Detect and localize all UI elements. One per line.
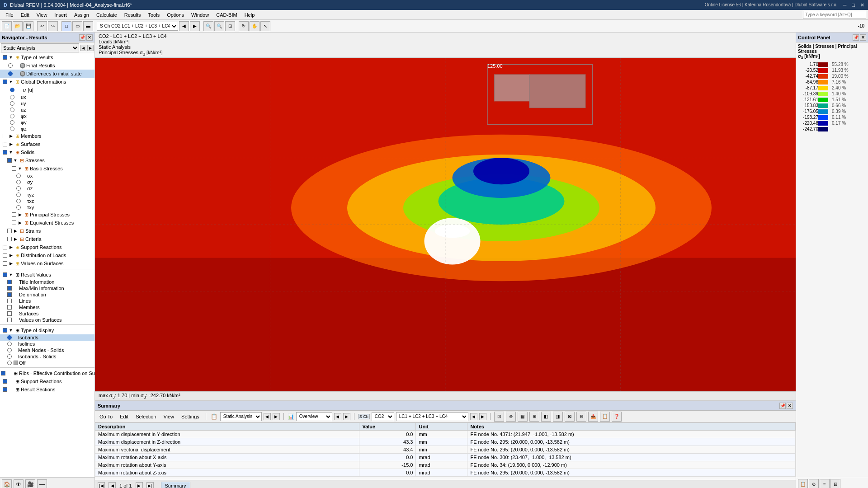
tree-basic-stresses[interactable]: ▼ ⊞ Basic Stresses <box>0 164 94 173</box>
nav-icon-3[interactable]: 🎥 <box>25 479 35 488</box>
nav-analysis-combo[interactable]: Static Analysis <box>1 43 79 52</box>
tree-off[interactable]: Off <box>0 360 94 366</box>
solids-expand[interactable]: ▼ <box>8 150 14 155</box>
result-sections-check[interactable] <box>3 387 7 392</box>
sigmay-radio[interactable] <box>16 180 21 184</box>
new-btn[interactable]: 📄 <box>2 21 12 31</box>
summary-tool6-btn[interactable]: ◨ <box>553 412 563 422</box>
undo-btn[interactable]: ↩ <box>37 21 47 31</box>
footer-prev-btn[interactable]: ◀ <box>108 482 116 488</box>
summary-next2-btn[interactable]: ▶ <box>343 413 350 420</box>
zoom-out-btn[interactable]: 🔍 <box>214 21 224 31</box>
summary-goto-tab[interactable]: Go To <box>97 413 115 420</box>
menu-window[interactable]: Window <box>188 11 212 19</box>
valsurf-check[interactable] <box>3 261 7 266</box>
menu-edit[interactable]: Edit <box>17 11 33 19</box>
right-pin-btn[interactable]: 📌 <box>853 34 859 41</box>
minimize-btn[interactable]: ─ <box>843 2 847 8</box>
next-scenario-btn[interactable]: ▶ <box>190 21 200 31</box>
supp-reactions-2-check[interactable] <box>3 379 7 384</box>
summary-tool1-btn[interactable]: ⊡ <box>494 412 504 422</box>
tree-result-sections[interactable]: ▶ ⊞ Result Sections <box>0 385 94 394</box>
summary-tool5-btn[interactable]: ◧ <box>541 412 551 422</box>
typedisp-check[interactable] <box>3 328 7 333</box>
tree-ribs[interactable]: ▶ ⊞ Ribs - Effective Contribution on Sur… <box>0 369 94 377</box>
menu-file[interactable]: File <box>2 11 17 19</box>
tree-sigma-y[interactable]: σy <box>0 179 94 185</box>
phiy-radio[interactable] <box>10 120 14 125</box>
members-expand[interactable]: ▶ <box>8 133 14 139</box>
tree-tau-yz[interactable]: τyz <box>0 192 94 198</box>
summary-tool8-btn[interactable]: ⊟ <box>576 412 586 422</box>
titleinfo-check[interactable] <box>7 280 12 284</box>
rpb-btn-3[interactable]: ≡ <box>820 479 830 488</box>
sigmax-radio[interactable] <box>16 174 21 178</box>
summary-co2-combo[interactable]: CO2 <box>372 412 394 421</box>
nav-icon-2[interactable]: 👁 <box>14 479 24 488</box>
tree-surfaces-rv[interactable]: Surfaces <box>0 310 94 317</box>
tree-members[interactable]: ▶ ⊞ Members <box>0 132 94 140</box>
tree-phiz[interactable]: φz <box>0 126 94 132</box>
meshsolids-radio[interactable] <box>7 348 12 352</box>
open-btn[interactable]: 📂 <box>13 21 23 31</box>
menu-calculate[interactable]: Calculate <box>93 11 121 19</box>
tauxy-radio[interactable] <box>16 205 21 210</box>
tree-phix[interactable]: φx <box>0 113 94 119</box>
support-check[interactable] <box>3 245 7 249</box>
summary-tool3-btn[interactable]: ▦ <box>518 412 528 422</box>
save-btn[interactable]: 💾 <box>24 21 33 31</box>
ribs-check[interactable] <box>1 371 5 375</box>
tree-tau-xz[interactable]: τxz <box>0 198 94 204</box>
summary-close-btn[interactable]: ✕ <box>787 403 793 409</box>
type-results-expand[interactable]: ▼ <box>8 55 14 60</box>
viewport[interactable]: 125.00 <box>95 58 796 391</box>
surfaces-check[interactable] <box>3 142 7 146</box>
tree-support-reactions-2[interactable]: ▶ ⊞ Support Reactions <box>0 377 94 385</box>
pan-btn[interactable]: ✋ <box>250 21 259 31</box>
summary-view-tab[interactable]: View <box>160 413 177 420</box>
tree-mesh-nodes-solids[interactable]: Mesh Nodes - Solids <box>0 347 94 353</box>
menu-cad-bim[interactable]: CAD-BIM <box>212 11 241 19</box>
footer-next-btn[interactable]: ▶ <box>136 482 143 488</box>
tauxz-radio[interactable] <box>16 199 21 203</box>
tree-equivalent-stresses[interactable]: ▶ ⊞ Equivalent Stresses <box>0 219 94 227</box>
summary-edit-tab[interactable]: Edit <box>117 413 131 420</box>
menu-insert[interactable]: Insert <box>51 11 71 19</box>
nav-icon-4[interactable]: — <box>37 479 47 488</box>
menu-results[interactable]: Results <box>121 11 145 19</box>
close-btn[interactable]: ✕ <box>860 2 864 8</box>
scenario-combo[interactable]: S Ch CO2 LC1 + LC2 + LC3 + LC4 <box>97 22 178 31</box>
select-btn[interactable]: ↖ <box>260 21 270 31</box>
tree-lines-rv[interactable]: Lines <box>0 298 94 304</box>
global-def-expand[interactable]: ▼ <box>8 79 14 84</box>
lines-rv-check[interactable] <box>7 299 12 303</box>
summary-lc-next-btn[interactable]: ▶ <box>479 413 486 420</box>
nav-prev-btn[interactable]: ◀ <box>80 45 86 51</box>
strains-check[interactable] <box>7 229 12 233</box>
tauyz-radio[interactable] <box>16 192 21 197</box>
tree-phiy[interactable]: φy <box>0 119 94 126</box>
tree-ux[interactable]: ux <box>0 94 94 100</box>
redo-btn[interactable]: ↪ <box>48 21 58 31</box>
tree-sigma-z[interactable]: σz <box>0 185 94 192</box>
tree-isobands-solids[interactable]: Isobands - Solids <box>0 353 94 360</box>
distloads-check[interactable] <box>3 253 7 258</box>
equivalent-expand[interactable]: ▶ <box>17 220 23 225</box>
members-check[interactable] <box>3 134 7 138</box>
search-input[interactable] <box>803 11 866 19</box>
tree-deformation[interactable]: Deformation <box>0 291 94 298</box>
strains-expand[interactable]: ▶ <box>13 228 18 234</box>
menu-help[interactable]: Help <box>241 11 259 19</box>
right-close-btn[interactable]: ✕ <box>860 34 866 41</box>
summary-overview-combo[interactable]: Overview <box>296 412 332 421</box>
valsurf-rv-check[interactable] <box>7 318 12 322</box>
basic-stresses-expand[interactable]: ▼ <box>17 166 23 171</box>
tree-surfaces[interactable]: ▶ ⊞ Surfaces <box>0 140 94 148</box>
summary-tool4-btn[interactable]: ⊞ <box>529 412 539 422</box>
tree-uy[interactable]: uy <box>0 100 94 107</box>
solids-check[interactable] <box>3 150 7 155</box>
viewfront-btn[interactable]: ▭ <box>72 21 82 31</box>
rpb-btn-4[interactable]: ⊟ <box>830 479 840 488</box>
menu-options[interactable]: Options <box>163 11 188 19</box>
global-def-check[interactable] <box>3 80 7 84</box>
